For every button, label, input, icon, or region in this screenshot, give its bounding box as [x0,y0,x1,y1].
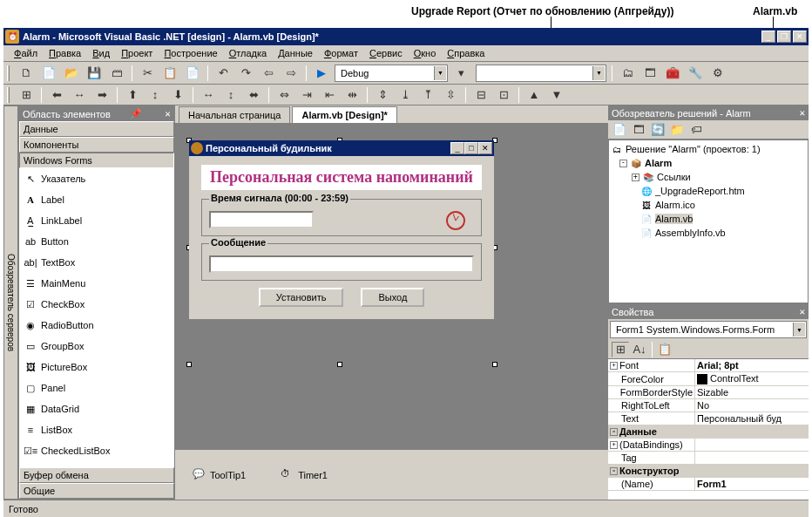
file-alarm-ico[interactable]: Alarm.ico [655,200,695,210]
close-icon[interactable]: ✕ [799,306,805,317]
toolbar-grip[interactable] [7,87,10,103]
project-node[interactable]: Alarm [645,158,672,168]
align-center-icon[interactable]: ↔ [70,85,89,105]
time-textbox[interactable] [209,211,314,228]
undo-icon[interactable]: ↶ [213,64,233,83]
toolbox-section-winforms[interactable]: Windows Forms [19,153,174,168]
tab-start-page[interactable]: Начальная страница [179,106,290,123]
hspace-inc-icon[interactable]: ⇥ [297,85,316,105]
tooltip-component[interactable]: 💬 ToolTip1 [193,468,246,482]
toolbox-item-mainmenu[interactable]: ☰MainMenu [19,273,174,294]
menu-debug[interactable]: Отладка [224,46,273,60]
align-grid-icon[interactable]: ⊞ [17,85,36,105]
property-row[interactable]: TextПерсональный буд [608,412,809,425]
property-row[interactable]: +FontArial; 8pt [608,359,809,372]
toolbox-item-radiobutton[interactable]: ◉RadioButton [19,315,174,336]
platform-icon[interactable]: ▾ [451,64,470,83]
toolbox-section-clipboard[interactable]: Буфер обмена [19,467,174,483]
align-left-icon[interactable]: ⬅ [47,85,66,105]
vspace-dec-icon[interactable]: ⤒ [418,85,437,105]
timer-component[interactable]: ⏱ Timer1 [281,468,328,482]
show-all-files-icon[interactable]: 📁 [669,122,685,138]
align-middle-icon[interactable]: ↕ [145,85,165,105]
selection-handle[interactable] [337,362,342,367]
property-row[interactable]: FormBorderStyleSizable [608,386,809,399]
message-groupbox[interactable]: Сообщение [201,243,482,281]
solution-explorer-icon[interactable]: 🗂 [618,64,637,83]
center-h-icon[interactable]: ⊟ [471,85,491,105]
center-v-icon[interactable]: ⊡ [494,85,513,105]
toolbox-item-linklabel[interactable]: A̲LinkLabel [19,210,174,231]
solution-tree[interactable]: 🗂Решение "Alarm" (проектов: 1) -📦Alarm +… [608,139,809,303]
heading-label[interactable]: Персональная система напоминаний [201,165,482,190]
refresh-icon[interactable]: 🔄 [650,122,666,138]
designed-form[interactable]: Персональный будильник _ □ ✕ Персональна… [189,140,494,319]
file-alarm-vb[interactable]: Alarm.vb [655,214,693,224]
pin-icon[interactable]: 📌 [130,108,142,119]
new-project-icon[interactable]: 🗋 [17,64,36,83]
align-bottom-icon[interactable]: ⬇ [168,85,187,105]
close-icon[interactable]: ✕ [799,107,805,119]
toolbox-item-picturebox[interactable]: 🖼PictureBox [19,357,174,378]
expand-icon[interactable]: + [610,441,618,449]
open-icon[interactable]: 📂 [62,64,81,83]
menu-edit[interactable]: Правка [44,46,86,60]
align-top-icon[interactable]: ⬆ [123,85,142,105]
nav-back-icon[interactable]: ⇦ [259,64,278,83]
menu-file[interactable]: Файл [9,46,43,60]
chevron-down-icon[interactable]: ▼ [793,323,805,337]
categorized-icon[interactable]: ⊞ [612,342,629,357]
property-row[interactable]: Tag [608,452,809,465]
exit-button[interactable]: Выход [361,288,424,307]
set-button[interactable]: Установить [259,288,344,307]
toolbox-section-general[interactable]: Общие [19,483,174,499]
menu-help[interactable]: Справка [442,46,490,60]
view-designer-icon[interactable]: 🗔 [631,122,646,138]
file-upgrade-report[interactable]: _UpgradeReport.htm [655,186,745,196]
menu-data[interactable]: Данные [273,46,318,60]
hspace-remove-icon[interactable]: ⇹ [342,85,362,105]
server-explorer-icon[interactable]: ⚙ [708,64,727,83]
paste-icon[interactable]: 📄 [183,64,202,83]
cut-icon[interactable]: ✂ [138,64,157,83]
property-row[interactable]: +(DataBindings) [608,439,809,452]
toolbox-icon[interactable]: 🧰 [663,64,682,83]
menu-tools[interactable]: Сервис [364,46,408,60]
collapse-icon[interactable]: - [619,160,627,167]
close-button[interactable]: ✕ [793,31,807,43]
properties-window-icon[interactable]: 🗔 [640,64,660,83]
configuration-combo[interactable]: Debug ▼ [335,65,448,82]
property-grid[interactable]: +FontArial; 8ptForeColorControlTextFormB… [608,359,809,500]
object-selector-combo[interactable]: Form1 System.Windows.Forms.Form ▼ [610,321,807,338]
vspace-equal-icon[interactable]: ⇕ [373,85,392,105]
toolbox-item-combobox[interactable]: ▾ComboBox [19,461,174,467]
minimize-button[interactable]: _ [761,31,775,43]
selection-handle[interactable] [186,362,192,367]
solution-root[interactable]: Решение "Alarm" (проектов: 1) [626,144,761,154]
toolbox-item-указатель[interactable]: ↖Указатель [19,168,174,189]
time-groupbox[interactable]: Время сигнала (00:00 - 23:59) [201,199,482,236]
message-textbox[interactable] [209,255,474,273]
server-explorer-tab[interactable]: Обозреватель серверов [3,105,18,500]
expand-icon[interactable]: + [610,362,618,370]
collapse-icon[interactable]: - [610,467,618,475]
hspace-equal-icon[interactable]: ⇔ [274,85,294,105]
property-row[interactable]: ForeColorControlText [608,372,809,386]
redo-icon[interactable]: ↷ [236,64,255,83]
menu-view[interactable]: Вид [87,46,115,60]
collapse-icon[interactable]: - [610,428,618,436]
toolbar-grip[interactable] [7,65,10,81]
property-category[interactable]: - Данные [608,425,809,439]
class-view-icon[interactable]: 🔧 [686,64,705,83]
toolbox-item-checkedlistbox[interactable]: ☑≡CheckedListBox [19,440,174,461]
align-right-icon[interactable]: ➡ [92,85,112,105]
same-height-icon[interactable]: ↕ [221,85,240,105]
find-combo[interactable]: ▼ [476,65,606,82]
same-width-icon[interactable]: ↔ [199,85,218,105]
nav-forward-icon[interactable]: ⇨ [281,64,301,83]
menu-format[interactable]: Формат [319,46,363,60]
menu-window[interactable]: Окно [409,46,442,60]
toolbox-section-data[interactable]: Данные [19,121,174,137]
toolbox-item-textbox[interactable]: ab|TextBox [19,252,174,273]
view-code-icon[interactable]: 📄 [612,122,627,138]
